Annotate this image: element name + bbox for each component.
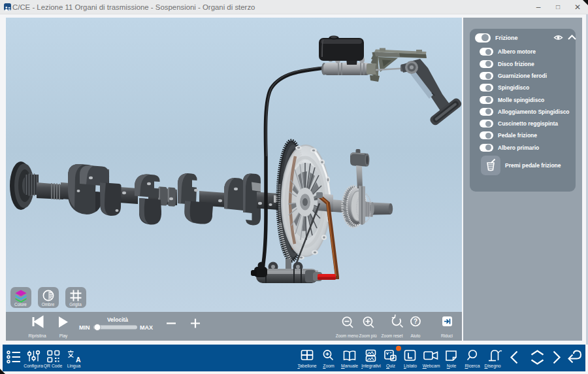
svg-text:?: ? (414, 318, 417, 325)
svg-text:MAX: MAX (140, 324, 153, 331)
svg-text:Velocità: Velocità (107, 316, 128, 323)
svg-text:MIN: MIN (79, 324, 90, 331)
svg-text:A: A (76, 356, 81, 364)
